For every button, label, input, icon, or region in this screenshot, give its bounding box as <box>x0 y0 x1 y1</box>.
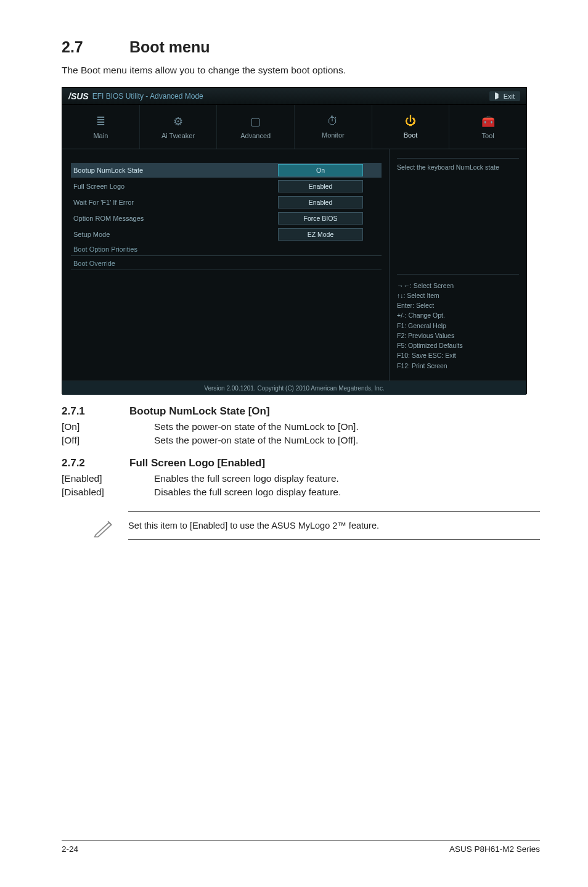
subsection-name: Full Screen Logo [Enabled] <box>129 457 265 469</box>
nav-help-line: +/-: Change Opt. <box>397 310 519 320</box>
bios-settings-pane: Bootup NumLock State On Full Screen Logo… <box>62 149 389 381</box>
bios-title: EFI BIOS Utility - Advanced Mode <box>92 92 203 101</box>
list-icon: ≣ <box>96 115 105 128</box>
tab-advanced-label: Advanced <box>240 132 271 139</box>
section-name: Boot menu <box>129 38 210 56</box>
subsection-name: Bootup NumLock State [On] <box>129 405 270 417</box>
definition-key: [On] <box>62 421 154 432</box>
definition-text: Disables the full screen logo display fe… <box>154 487 341 498</box>
tab-monitor[interactable]: ⏱ Monitor <box>295 105 372 149</box>
footer-page-number: 2-24 <box>62 844 78 854</box>
setting-setup-mode[interactable]: Setup Mode EZ Mode <box>71 227 382 242</box>
monitor-icon: ⏱ <box>327 115 338 128</box>
bios-tabs: ≣ Main ⚙ Ai Tweaker ▢ Advanced ⏱ Monitor… <box>62 105 526 149</box>
nav-help-line: F1: General Help <box>397 321 519 331</box>
tab-main-label: Main <box>93 132 108 139</box>
section-title: 2.7Boot menu <box>62 38 540 56</box>
bios-nav-help: →←: Select Screen ↑↓: Select Item Enter:… <box>397 274 519 371</box>
bios-help-pane: Select the keyboard NumLock state →←: Se… <box>389 149 526 381</box>
note-icon <box>92 517 115 539</box>
bios-hint: Select the keyboard NumLock state <box>397 158 519 171</box>
gear-icon: ⚙ <box>173 115 183 128</box>
tab-advanced[interactable]: ▢ Advanced <box>217 105 295 149</box>
page-footer: 2-24 ASUS P8H61-M2 Series <box>62 840 540 854</box>
setting-label: Option ROM Messages <box>71 215 278 222</box>
tab-ai-tweaker[interactable]: ⚙ Ai Tweaker <box>140 105 218 149</box>
tab-tool-label: Tool <box>482 132 494 139</box>
definition-row: [On] Sets the power-on state of the NumL… <box>62 421 540 432</box>
definition-row: [Enabled] Enables the full screen logo d… <box>62 473 540 484</box>
setting-value[interactable]: EZ Mode <box>278 228 363 241</box>
note-text: Set this item to [Enabled] to use the AS… <box>128 521 379 530</box>
exit-button[interactable]: Exit <box>489 91 520 101</box>
setting-label: Bootup NumLock State <box>71 167 278 174</box>
exit-label: Exit <box>504 93 515 100</box>
setting-value[interactable]: Enabled <box>278 196 363 208</box>
nav-help-line: Enter: Select <box>397 300 519 310</box>
setting-value[interactable]: Force BIOS <box>278 212 363 225</box>
definition-key: [Off] <box>62 435 154 446</box>
nav-help-line: F5: Optimized Defaults <box>397 340 519 350</box>
bios-window: /SUS EFI BIOS Utility - Advanced Mode Ex… <box>62 87 527 394</box>
subsection-number: 2.7.1 <box>62 405 129 418</box>
footer-product: ASUS P8H61-M2 Series <box>449 844 540 854</box>
setting-label: Wait For 'F1' If Error <box>71 199 278 206</box>
definition-text: Enables the full screen logo display fea… <box>154 473 339 484</box>
definition-text: Sets the power-on state of the NumLock t… <box>154 435 358 446</box>
bios-brand-logo: /SUS <box>68 91 89 101</box>
power-icon: ⏻ <box>405 115 416 128</box>
tab-boot[interactable]: ⏻ Boot <box>372 105 450 149</box>
section-boot-override[interactable]: Boot Override <box>71 260 382 270</box>
bios-titlebar: /SUS EFI BIOS Utility - Advanced Mode Ex… <box>62 88 526 105</box>
definition-key: [Disabled] <box>62 487 154 498</box>
section-intro: The Boot menu items allow you to change … <box>62 65 540 76</box>
tool-icon: 🧰 <box>481 115 495 128</box>
chip-icon: ▢ <box>250 115 261 128</box>
nav-help-line: ↑↓: Select Item <box>397 291 519 300</box>
setting-label: Setup Mode <box>71 231 278 238</box>
subsection-title: 2.7.2Full Screen Logo [Enabled] <box>62 457 540 469</box>
setting-value[interactable]: Enabled <box>278 180 363 192</box>
subsection-number: 2.7.2 <box>62 457 129 469</box>
section-number: 2.7 <box>62 38 129 56</box>
nav-help-line: F10: Save ESC: Exit <box>397 350 519 360</box>
nav-help-line: F2: Previous Values <box>397 331 519 340</box>
bios-version-bar: Version 2.00.1201. Copyright (C) 2010 Am… <box>62 381 526 395</box>
definition-row: [Disabled] Disables the full screen logo… <box>62 487 540 498</box>
tab-ai-tweaker-label: Ai Tweaker <box>161 132 195 139</box>
section-boot-option-priorities[interactable]: Boot Option Priorities <box>71 245 382 256</box>
nav-help-line: →←: Select Screen <box>397 281 519 291</box>
setting-label: Full Screen Logo <box>71 183 278 190</box>
definition-key: [Enabled] <box>62 473 154 484</box>
setting-option-rom-messages[interactable]: Option ROM Messages Force BIOS <box>71 211 382 226</box>
tab-main[interactable]: ≣ Main <box>62 105 140 149</box>
tab-monitor-label: Monitor <box>322 131 345 139</box>
definition-text: Sets the power-on state of the NumLock t… <box>154 421 359 432</box>
setting-wait-f1-error[interactable]: Wait For 'F1' If Error Enabled <box>71 195 382 210</box>
exit-icon <box>495 93 501 100</box>
nav-help-line: F12: Print Screen <box>397 361 519 371</box>
definition-row: [Off] Sets the power-on state of the Num… <box>62 435 540 446</box>
tab-boot-label: Boot <box>404 131 418 139</box>
setting-full-screen-logo[interactable]: Full Screen Logo Enabled <box>71 179 382 194</box>
setting-value[interactable]: On <box>278 164 363 176</box>
note-box: Set this item to [Enabled] to use the AS… <box>128 511 540 540</box>
setting-bootup-numlock[interactable]: Bootup NumLock State On <box>71 163 382 178</box>
tab-tool[interactable]: 🧰 Tool <box>449 105 526 149</box>
subsection-title: 2.7.1Bootup NumLock State [On] <box>62 405 540 418</box>
